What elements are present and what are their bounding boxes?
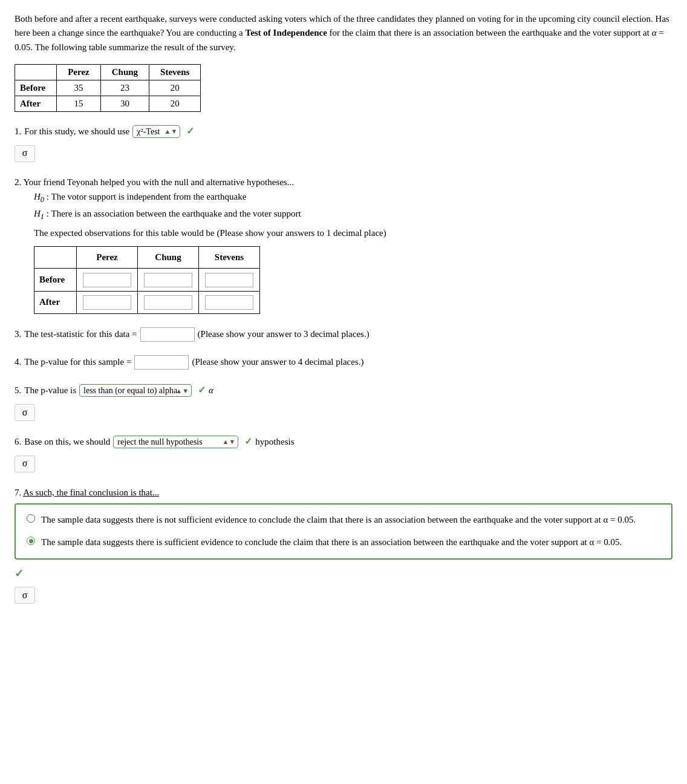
question-6: 6. Base on this, we should reject the nu…	[15, 434, 672, 472]
q6-text-before: Base on this, we should	[24, 435, 110, 449]
conclusion-option-2: The sample data suggests there is suffic…	[27, 535, 660, 549]
q4-answer-input[interactable]	[134, 355, 189, 370]
exp-after-stevens-input[interactable]	[205, 295, 253, 310]
radio-option1-icon[interactable]	[27, 514, 35, 523]
exp-col-stevens: Stevens	[199, 246, 260, 268]
survey-before-chung: 23	[100, 80, 149, 96]
question-7: 7. As such, the final conclusion is that…	[15, 486, 672, 604]
q1-test-select[interactable]: χ²-Test t-Test z-Test ANOVA	[137, 127, 177, 136]
survey-after-stevens: 20	[149, 96, 201, 111]
exp-before-perez-input[interactable]	[83, 273, 131, 287]
q2-h1-label: H1	[34, 209, 44, 218]
question-2: 2. Your friend Teyonah helped you with t…	[15, 175, 672, 315]
survey-row-label-after: After	[15, 96, 57, 111]
survey-after-chung: 30	[100, 96, 149, 111]
q2-text: Your friend Teyonah helped you with the …	[23, 177, 293, 187]
exp-after-chung-input[interactable]	[144, 295, 192, 310]
radio-dot-icon	[29, 539, 33, 543]
q5-alpha-symbol: α	[209, 384, 213, 397]
survey-before-stevens: 20	[149, 80, 201, 96]
q6-text-after: hypothesis	[255, 435, 294, 449]
q2-expected-intro: The expected observations for this table…	[34, 226, 672, 241]
q2-label: 2.	[15, 177, 21, 187]
question-3: 3. The test-statistic for this data = (P…	[15, 327, 672, 342]
bold-test-independence: Test of Independence	[246, 28, 327, 38]
q6-label: 6.	[15, 435, 21, 449]
survey-data-table: Perez Chung Stevens Before 35 23 20 Afte…	[15, 64, 201, 112]
exp-col-empty	[34, 246, 77, 268]
conclusion-box: The sample data suggests there is not su…	[15, 503, 672, 560]
survey-row-label-before: Before	[15, 80, 57, 96]
conclusion-option-1: The sample data suggests there is not su…	[27, 513, 660, 527]
conclusion-option2-text: The sample data suggests there is suffic…	[41, 535, 622, 549]
exp-after-label: After	[34, 291, 77, 314]
q5-dropdown-container[interactable]: less than (or equal to) alpha greater th…	[79, 384, 192, 397]
q6-dropdown-container[interactable]: reject the null hypothesis fail to rejec…	[113, 436, 238, 448]
radio-option2-icon[interactable]	[27, 537, 35, 545]
q3-text-after: (Please show your answer to 3 decimal pl…	[198, 327, 370, 341]
q2-h0-text: : The votor support is independent from …	[47, 192, 246, 201]
q1-text: For this study, we should use	[24, 125, 129, 139]
survey-col-header-perez: Perez	[57, 64, 101, 80]
q1-dropdown-container[interactable]: χ²-Test t-Test z-Test ANOVA ▲▼	[132, 125, 180, 138]
question-5: 5. The p-value is less than (or equal to…	[15, 383, 672, 421]
q6-checkmark-icon: ✓	[244, 434, 252, 449]
question-1: 1. For this study, we should use χ²-Test…	[15, 124, 672, 162]
q3-label: 3.	[15, 327, 21, 341]
exp-before-perez-cell	[77, 269, 138, 292]
exp-before-chung-cell	[138, 269, 199, 292]
exp-col-chung: Chung	[138, 246, 199, 268]
q7-checkmark-icon: ✓	[15, 566, 24, 583]
q5-label: 5.	[15, 384, 21, 397]
exp-after-perez-input[interactable]	[83, 295, 131, 310]
q3-text-before: The test-statistic for this data =	[24, 327, 137, 341]
exp-before-chung-input[interactable]	[144, 273, 192, 287]
exp-after-chung-cell	[138, 291, 199, 314]
q4-text-before: The p-value for this sample =	[24, 355, 131, 369]
intro-paragraph: Both before and after a recent earthquak…	[15, 12, 672, 54]
survey-row-after: After 15 30 20	[15, 96, 201, 111]
q5-text-before: The p-value is	[24, 384, 76, 397]
survey-after-perez: 15	[57, 96, 101, 111]
q4-label: 4.	[15, 355, 21, 369]
survey-col-header-stevens: Stevens	[149, 64, 201, 80]
survey-col-header-chung: Chung	[100, 64, 149, 80]
q6-sigma-button[interactable]: σ	[15, 456, 35, 472]
conclusion-option1-text: The sample data suggests there is not su…	[41, 513, 636, 527]
q1-sigma-button[interactable]: σ	[15, 145, 35, 162]
q2-h1-text: : There is an association between the ea…	[47, 209, 301, 218]
exp-before-stevens-input[interactable]	[205, 273, 253, 287]
q7-text: As such, the final conclusion is that...	[23, 488, 159, 497]
exp-before-label: Before	[34, 269, 77, 292]
q6-hypothesis-select[interactable]: reject the null hypothesis fail to rejec…	[117, 437, 235, 446]
q5-checkmark-icon: ✓	[198, 383, 206, 398]
q7-sigma-button[interactable]: σ	[15, 587, 35, 604]
exp-col-perez: Perez	[77, 246, 138, 268]
exp-after-perez-cell	[77, 291, 138, 314]
expected-obs-table: Perez Chung Stevens Before After	[34, 246, 260, 314]
q4-text-after: (Please show your answer to 4 decimal pl…	[192, 355, 363, 369]
q1-checkmark-icon: ✓	[186, 124, 194, 139]
exp-row-before: Before	[34, 269, 260, 292]
exp-row-after: After	[34, 291, 260, 314]
survey-row-before: Before 35 23 20	[15, 80, 201, 96]
exp-before-stevens-cell	[199, 269, 260, 292]
exp-after-stevens-cell	[199, 291, 260, 314]
survey-col-header-empty	[15, 64, 57, 80]
q7-label: 7.	[15, 488, 21, 497]
alpha-value-intro: α = 0.05	[15, 28, 664, 51]
survey-before-perez: 35	[57, 80, 101, 96]
q2-h0-label: H0	[34, 192, 44, 201]
question-4: 4. The p-value for this sample = (Please…	[15, 355, 672, 370]
q5-sigma-button[interactable]: σ	[15, 404, 35, 421]
q5-pvalue-select[interactable]: less than (or equal to) alpha greater th…	[83, 386, 189, 395]
q3-answer-input[interactable]	[140, 327, 195, 342]
q1-label: 1.	[15, 125, 21, 139]
